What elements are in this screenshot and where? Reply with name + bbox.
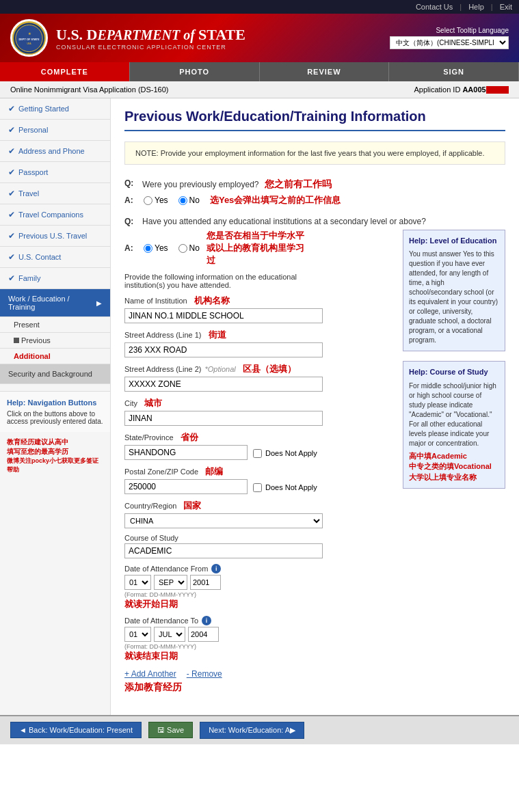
language-select[interactable]: 中文（简体）(CHINESE-SIMPLI	[390, 36, 509, 49]
chevron-right-icon: ▶	[96, 299, 102, 307]
sidebar-item-getting-started[interactable]: ✔ Getting Started	[0, 98, 110, 120]
sidebar-subitem-additional[interactable]: Additional	[0, 349, 110, 364]
sidebar-item-passport[interactable]: ✔ Passport	[0, 162, 110, 183]
contact-link[interactable]: Contact Us	[416, 3, 453, 11]
edu-info-text: Provide the following information on the…	[124, 273, 323, 289]
help-link[interactable]: Help	[468, 3, 484, 11]
check-icon: ✔	[8, 189, 15, 198]
employed-no-option[interactable]: No	[178, 195, 200, 205]
check-icon: ✔	[8, 167, 15, 177]
sidebar-item-family[interactable]: ✔ Family	[0, 268, 110, 289]
street1-input[interactable]	[124, 342, 323, 357]
state-input[interactable]	[124, 445, 248, 460]
nav-tabs: COMPLETE PHOTO REVIEW SIGN	[0, 62, 519, 81]
top-bar: Contact Us | Help | Exit	[0, 0, 519, 14]
postal-field-row: Postal Zone/ZIP Code 邮编 Does Not Apply	[124, 465, 392, 494]
edu-no-option[interactable]: No	[178, 243, 200, 253]
postal-dna-checkbox[interactable]	[253, 483, 262, 492]
sidebar-subitem-previous[interactable]: Previous	[0, 333, 110, 349]
sidebar-item-travel[interactable]: ✔ Travel	[0, 183, 110, 204]
course-input[interactable]	[124, 543, 323, 558]
course-field-row: Course of Study	[124, 534, 392, 558]
attend-to-format: (Format: DD-MMM-YYYY)	[124, 643, 392, 650]
tab-photo[interactable]: PHOTO	[130, 62, 260, 81]
next-button[interactable]: Next: Work/Education: A▶	[200, 722, 304, 739]
main-layout: ✔ Getting Started ✔ Personal ✔ Address a…	[0, 98, 519, 715]
employed-yes-radio[interactable]	[144, 196, 152, 205]
breadcrumb-left: Online Nonimmigrant Visa Application (DS…	[10, 85, 169, 94]
attend-from-field-row: Date of Attendance From i 01 SEP	[124, 564, 392, 610]
qa-block-education: Q: Have you attended any educational ins…	[124, 217, 505, 694]
breadcrumb: Online Nonimmigrant Visa Application (DS…	[0, 81, 519, 98]
qa-block-employed: Q: Were you previously employed? 您之前有工作吗…	[124, 178, 505, 206]
info-icon[interactable]: i	[211, 564, 221, 573]
sidebar-work-label: Work / Education / Training	[8, 295, 93, 311]
edu-yes-radio[interactable]	[144, 244, 152, 253]
help-course-box: Help: Course of Study For middle school/…	[403, 361, 505, 489]
attend-to-field-row: Date of Attendance To i 01 JUL	[124, 616, 392, 662]
tab-complete[interactable]: COMPLETE	[0, 62, 130, 81]
sidebar: ✔ Getting Started ✔ Personal ✔ Address a…	[0, 98, 111, 715]
check-icon: ✔	[8, 252, 15, 262]
svg-text:DEPT OF STATE: DEPT OF STATE	[18, 37, 40, 40]
sidebar-item-us-contact[interactable]: ✔ U.S. Contact	[0, 247, 110, 268]
attend-from-day-select[interactable]: 01	[124, 575, 151, 590]
sidebar-item-prev-us-travel[interactable]: ✔ Previous U.S. Travel	[0, 226, 110, 247]
employed-no-radio[interactable]	[178, 196, 187, 205]
add-remove-actions: + Add Another - Remove	[124, 669, 392, 679]
city-input[interactable]	[124, 411, 323, 426]
page-title: Previous Work/Education/Training Informa…	[124, 109, 505, 131]
tab-sign[interactable]: SIGN	[389, 62, 519, 81]
country-select[interactable]: CHINA	[124, 513, 323, 528]
svg-text:USA: USA	[27, 42, 31, 44]
check-icon: ✔	[8, 104, 15, 113]
street2-field-row: Street Address (Line 2) *Optional 区县（选填）	[124, 363, 392, 392]
institution-field-row: Name of Institution 机构名称	[124, 295, 392, 323]
employed-yes-option[interactable]: Yes	[144, 195, 168, 205]
attend-from-year-input[interactable]	[190, 575, 221, 590]
content-area: Previous Work/Education/Training Informa…	[111, 98, 519, 715]
help-level-box: Help: Level of Education You must answer…	[403, 230, 505, 351]
check-icon: ✔	[8, 210, 15, 219]
sidebar-help-nav: Help: Navigation Buttons Click on the bu…	[0, 391, 110, 432]
state-field-row: State/Province 省份 Does Not Apply	[124, 431, 392, 460]
attend-from-format: (Format: DD-MMM-YYYY)	[124, 591, 392, 598]
street1-field-row: Street Address (Line 1) 街道	[124, 329, 392, 357]
edu-no-radio[interactable]	[178, 244, 187, 253]
institution-input[interactable]	[124, 308, 323, 323]
postal-dna-option[interactable]: Does Not Apply	[253, 483, 317, 492]
add-another-link[interactable]: + Add Another	[124, 669, 176, 679]
postal-input[interactable]	[124, 479, 248, 494]
sidebar-item-travel-companions[interactable]: ✔ Travel Companions	[0, 204, 110, 226]
tab-review[interactable]: REVIEW	[260, 62, 390, 81]
remove-link[interactable]: - Remove	[187, 669, 222, 679]
bottom-nav: ◄ Back: Work/Education: Present 🖫 Save N…	[0, 715, 519, 744]
bullet-icon	[14, 338, 19, 343]
header: ★ DEPT OF STATE USA U.S. DEPARTMENT of S…	[0, 14, 519, 62]
save-button[interactable]: 🖫 Save	[148, 722, 193, 738]
header-subtitle: CONSULAR ELECTRONIC APPLICATION CENTER	[56, 44, 245, 51]
city-field-row: City 城市	[124, 397, 392, 426]
seal-logo: ★ DEPT OF STATE USA	[10, 19, 48, 57]
country-field-row: Country/Region 国家 CHINA	[124, 500, 392, 528]
state-dna-checkbox[interactable]	[253, 449, 262, 458]
check-icon: ✔	[8, 231, 15, 241]
sidebar-item-address-phone[interactable]: ✔ Address and Phone	[0, 141, 110, 162]
back-button[interactable]: ◄ Back: Work/Education: Present	[10, 722, 142, 738]
edu-yes-option[interactable]: Yes	[144, 243, 168, 253]
exit-link[interactable]: Exit	[500, 3, 512, 11]
note-box: NOTE: Provide your employment informatio…	[124, 141, 505, 165]
attend-to-day-select[interactable]: 01	[124, 627, 151, 642]
attend-to-year-input[interactable]	[188, 627, 219, 642]
sidebar-item-work-education[interactable]: Work / Education / Training ▶	[0, 289, 110, 317]
sidebar-item-personal[interactable]: ✔ Personal	[0, 120, 110, 141]
attend-from-month-select[interactable]: SEP	[154, 575, 187, 590]
sidebar-subitem-present[interactable]: Present	[0, 317, 110, 333]
street2-input[interactable]	[124, 377, 323, 392]
check-icon: ✔	[8, 146, 15, 156]
check-icon: ✔	[8, 273, 15, 283]
attend-to-month-select[interactable]: JUL	[154, 627, 185, 642]
info-icon[interactable]: i	[202, 616, 211, 625]
sidebar-item-security[interactable]: Security and Background	[0, 364, 110, 384]
state-dna-option[interactable]: Does Not Apply	[253, 449, 317, 458]
